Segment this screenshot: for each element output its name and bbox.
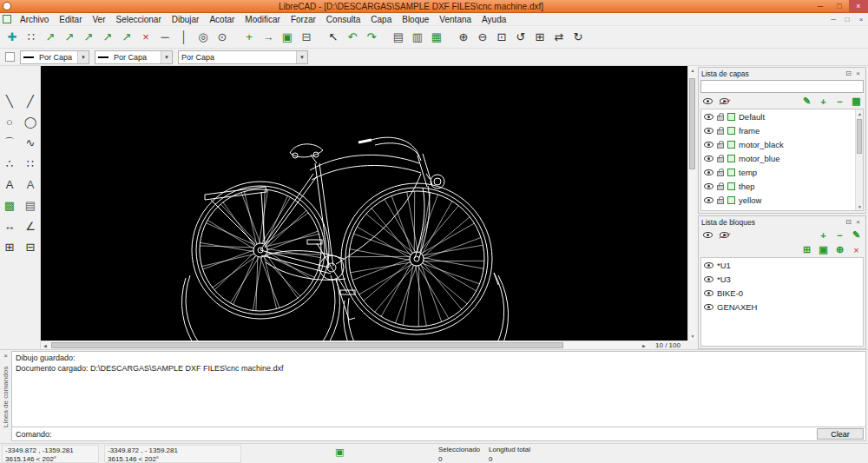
canvas-horizontal-scrollbar[interactable]: ◀ ▶ bbox=[41, 341, 648, 349]
layer-lock-icon[interactable] bbox=[717, 157, 724, 162]
restrict-horizontal-button[interactable]: ─ bbox=[155, 28, 174, 47]
zoom-out-button[interactable]: ⊖ bbox=[473, 28, 492, 47]
chevron-down-icon[interactable]: ▼ bbox=[296, 51, 307, 63]
block-row[interactable]: *U1 bbox=[701, 258, 863, 272]
layer-list-scrollbar[interactable]: ▲ ▼ bbox=[855, 109, 863, 210]
menu-acotar[interactable]: Acotar bbox=[204, 13, 240, 25]
menu-bloque[interactable]: Bloque bbox=[397, 13, 434, 25]
menu-capa[interactable]: Capa bbox=[365, 13, 397, 25]
menu-editar[interactable]: Editar bbox=[54, 13, 87, 25]
hide-all-layers-button[interactable] bbox=[717, 95, 732, 108]
snap-middle-button[interactable]: ↗ bbox=[98, 28, 117, 47]
show-all-layers-button[interactable] bbox=[700, 95, 715, 108]
drawing-canvas[interactable] bbox=[41, 66, 687, 341]
scroll-up-icon[interactable]: ▲ bbox=[688, 66, 697, 75]
zoom-pan-button[interactable]: ⇄ bbox=[549, 28, 569, 47]
menu-modificar[interactable]: Modificar bbox=[240, 13, 286, 25]
layer-scroll-thumb[interactable] bbox=[857, 119, 862, 154]
menu-ventana[interactable]: Ventana bbox=[434, 13, 477, 25]
new-drawing-button[interactable]: + bbox=[240, 28, 259, 47]
remove-layer-button[interactable]: − bbox=[832, 95, 847, 108]
save-drawing-button[interactable]: ▣ bbox=[278, 28, 297, 47]
tool-dim-linear-button[interactable]: ↔ bbox=[1, 217, 19, 235]
close-panel-icon[interactable]: × bbox=[853, 69, 863, 77]
block-visibility-icon[interactable] bbox=[704, 290, 713, 296]
print-drawing-button[interactable]: ⊟ bbox=[297, 28, 316, 47]
layer-lock-icon[interactable] bbox=[717, 185, 724, 190]
layer-row[interactable]: temp bbox=[701, 165, 863, 179]
layer-row[interactable]: frame bbox=[701, 123, 863, 137]
snap-intersection-button[interactable]: × bbox=[136, 28, 155, 47]
layer-lock-icon[interactable] bbox=[717, 171, 724, 176]
layer-row[interactable]: motor_blue bbox=[701, 151, 863, 165]
tool-hatch-button[interactable]: ▩ bbox=[1, 196, 19, 215]
menu-archivo[interactable]: Archivo bbox=[15, 13, 54, 25]
snap-free-button[interactable]: ✚ bbox=[3, 28, 22, 47]
scroll-down-icon[interactable]: ▼ bbox=[688, 332, 697, 341]
minimize-button[interactable]: ─ bbox=[811, 0, 830, 12]
tool-circle-button[interactable]: ○ bbox=[1, 113, 19, 131]
close-panel-icon[interactable]: × bbox=[853, 218, 863, 226]
tool-arc-button[interactable]: ⌒ bbox=[1, 134, 19, 152]
undo-button[interactable]: ↶ bbox=[343, 28, 362, 47]
set-relative-zero-button[interactable]: ◎ bbox=[194, 28, 213, 47]
tool-dim-angular-button[interactable]: ∠ bbox=[22, 217, 40, 235]
command-input[interactable] bbox=[56, 427, 817, 440]
scroll-down-icon[interactable]: ▼ bbox=[856, 202, 864, 210]
layer-visibility-icon[interactable] bbox=[704, 183, 713, 189]
tool-ellipse-button[interactable]: ◯ bbox=[22, 113, 40, 131]
float-panel-icon[interactable]: ⊡ bbox=[844, 218, 853, 226]
save-block-button[interactable]: ▣ bbox=[816, 243, 831, 256]
color-combobox[interactable]: Por Capa ▼ bbox=[20, 50, 89, 64]
menu-dibujar[interactable]: Dibujar bbox=[167, 13, 205, 25]
layer-row[interactable]: yellow bbox=[701, 193, 863, 207]
layer-lock-icon[interactable] bbox=[717, 199, 724, 204]
redo-button[interactable]: ↷ bbox=[362, 28, 381, 47]
modify-layer-button[interactable]: ✎ bbox=[799, 95, 814, 108]
blocks-panel-toggle-button[interactable]: ▥ bbox=[408, 28, 427, 47]
layers-panel-toggle-button[interactable]: ▤ bbox=[389, 28, 408, 47]
show-all-blocks-button[interactable] bbox=[700, 228, 715, 241]
block-row[interactable]: GENAXEH bbox=[701, 300, 863, 314]
lock-relative-zero-button[interactable]: ⊙ bbox=[213, 28, 232, 47]
zoom-auto-button[interactable]: ⊡ bbox=[492, 28, 511, 47]
tool-image-button[interactable]: ▤ bbox=[22, 196, 40, 215]
snap-on-entity-button[interactable]: ↗ bbox=[60, 28, 79, 47]
pointer-button[interactable]: ↖ bbox=[324, 28, 343, 47]
menu-forzar[interactable]: Forzar bbox=[286, 13, 321, 25]
layer-filter-input[interactable] bbox=[700, 80, 864, 93]
layer-visibility-icon[interactable] bbox=[704, 155, 713, 162]
restrict-vertical-button[interactable]: │ bbox=[174, 28, 194, 47]
scroll-up-icon[interactable]: ▲ bbox=[856, 109, 864, 117]
redraw-button[interactable]: ↻ bbox=[569, 28, 588, 47]
layer-visibility-icon[interactable] bbox=[704, 128, 713, 134]
open-drawing-button[interactable]: → bbox=[259, 28, 278, 47]
zoom-previous-button[interactable]: ↺ bbox=[511, 28, 530, 47]
pen-lock-checkbox[interactable] bbox=[5, 52, 15, 62]
layer-lock-icon[interactable] bbox=[717, 129, 724, 135]
close-dock-icon[interactable]: × bbox=[1, 351, 10, 360]
hide-all-blocks-button[interactable] bbox=[717, 228, 732, 241]
close-button[interactable]: × bbox=[849, 0, 868, 12]
block-visibility-icon[interactable] bbox=[704, 304, 713, 310]
tool-modify-move-button[interactable]: ⊞ bbox=[1, 238, 19, 256]
line-type-combobox[interactable]: Por Capa ▼ bbox=[178, 50, 308, 64]
add-layer-button[interactable]: + bbox=[816, 95, 831, 108]
tool-text-button[interactable]: A bbox=[22, 175, 40, 194]
canvas-vertical-scrollbar[interactable]: ▲ ▼ bbox=[687, 66, 696, 341]
block-visibility-icon[interactable] bbox=[704, 276, 713, 282]
library-browser-button[interactable]: ▦ bbox=[427, 28, 446, 47]
delete-block-button[interactable]: × bbox=[849, 243, 864, 256]
clear-button[interactable]: Clear bbox=[817, 428, 864, 440]
tool-points-button[interactable]: ∷ bbox=[22, 155, 40, 173]
layer-row[interactable]: motor_black bbox=[701, 137, 863, 151]
menu-seleccionar[interactable]: Seleccionar bbox=[111, 13, 167, 25]
block-visibility-icon[interactable] bbox=[704, 262, 713, 268]
menu-consulta[interactable]: Consulta bbox=[321, 13, 365, 25]
menu-ver[interactable]: Ver bbox=[87, 13, 110, 25]
layer-lock-icon[interactable] bbox=[717, 143, 724, 149]
tool-spline-button[interactable]: ∿ bbox=[22, 134, 40, 152]
snap-grid-button[interactable]: ∷ bbox=[22, 28, 41, 47]
restore-button[interactable]: □ bbox=[830, 0, 849, 12]
tool-modify-trim-button[interactable]: ⊟ bbox=[22, 238, 40, 256]
